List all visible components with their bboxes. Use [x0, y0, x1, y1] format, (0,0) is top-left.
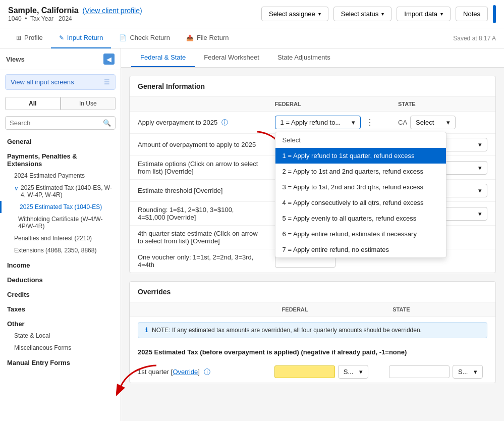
collapse-sidebar-button[interactable]: ◀: [103, 54, 115, 65]
row-label-one-voucher: One voucher only: 1=1st, 2=2nd, 3=3rd, 4…: [130, 249, 267, 273]
filter-all-button[interactable]: All: [5, 97, 61, 110]
info-icon: ℹ: [145, 327, 148, 334]
general-info-table: FEDERAL STATE Apply overpayment to 2025 …: [130, 97, 495, 273]
state-code-ca: CA: [398, 119, 407, 126]
sidebar-item-2024-estimated[interactable]: 2024 Estimated Payments: [0, 170, 121, 182]
tab-input-return[interactable]: ✎ Input Return: [51, 28, 111, 48]
sidebar-item-income[interactable]: Income: [0, 256, 121, 271]
info-icon[interactable]: ⓘ: [221, 119, 228, 126]
row-label-rounding: Rounding: 1=$1, 2=$10, 3=$100, 4=$1,000 …: [130, 202, 267, 226]
nav-tabs-bar: ⊞ Profile ✎ Input Return 📄 Check Return …: [0, 28, 504, 48]
tax-year: 2024: [59, 15, 72, 22]
sidebar-item-withholding[interactable]: Withholding Certificate (W-4/W-4P/W-4R): [0, 213, 121, 232]
sidebar-item-credits[interactable]: Credits: [0, 286, 121, 300]
filter-buttons: All In Use: [5, 97, 116, 110]
chevron-down-icon: ▾: [478, 187, 482, 194]
dropdown-menu-apply-overpayment: Select 1 = Apply refund to 1st quarter, …: [275, 132, 446, 258]
chevron-down-icon: ▾: [381, 11, 384, 17]
state-col-header: STATE: [390, 97, 495, 112]
dropdown-option-1[interactable]: 1 = Apply refund to 1st quarter, refund …: [275, 148, 446, 164]
dropdown-option-5[interactable]: 5 = Apply evenly to all quarters, refund…: [275, 210, 446, 226]
dropdown-option-2[interactable]: 2 = Apply to 1st and 2nd quarters, refun…: [275, 164, 446, 179]
sidebar-item-taxes[interactable]: Taxes: [0, 300, 121, 315]
document-icon: 📄: [119, 34, 127, 41]
grid-icon: ⊞: [16, 34, 21, 41]
overrides-label-col: [130, 302, 274, 317]
apply-overpayment-dropdown[interactable]: 1 = Apply refund to... ▾: [275, 116, 361, 129]
sidebar-item-misc-forms[interactable]: Miscellaneous Forms: [0, 342, 121, 354]
sidebar-item-other[interactable]: Other: [0, 315, 121, 330]
sidebar-item-penalties[interactable]: Penalties and Interest (2210): [0, 232, 121, 244]
general-info-body: FEDERAL STATE Apply overpayment to 2025 …: [130, 97, 495, 273]
row-label-apply-overpayment: Apply overpayment to 2025 ⓘ: [130, 112, 267, 134]
client-name: Sample, California: [8, 6, 79, 15]
apply-overpayment-value: 1 = Apply refund to...: [281, 119, 341, 126]
overrides-header-table: FEDERAL STATE: [130, 302, 495, 317]
client-info: Sample, California (View client profile)…: [8, 6, 142, 22]
search-icon: 🔍: [103, 119, 111, 127]
chevron-down-icon: ▾: [478, 164, 482, 172]
content-tab-federal-state[interactable]: Federal & State: [131, 48, 195, 67]
filter-in-use-button[interactable]: In Use: [61, 97, 116, 110]
first-quarter-input[interactable]: [274, 365, 335, 378]
sidebar-item-payments[interactable]: Payments, Penalties & Extensions: [0, 147, 121, 170]
tab-file-return[interactable]: 📤 File Return: [178, 28, 237, 48]
dropdown-option-3[interactable]: 3 = Apply to 1st, 2nd and 3rd qtrs, refu…: [275, 179, 446, 195]
tax-year-label: Tax Year: [30, 15, 53, 22]
content-tab-federal-worksheet[interactable]: Federal Worksheet: [195, 48, 268, 67]
sidebar-item-state-local[interactable]: State & Local: [0, 330, 121, 342]
header-actions: Select assignee ▾ Select status ▾ Import…: [261, 5, 496, 23]
dropdown-option-4[interactable]: 4 = Apply consecutively to all qtrs, ref…: [275, 195, 446, 210]
search-input[interactable]: [10, 119, 100, 127]
overrides-table: 1st quarter [Override] ⓘ S...: [130, 361, 495, 383]
general-info-title: General Information: [130, 76, 495, 97]
dropdown-option-7[interactable]: 7 = Apply entire refund, no estimates: [275, 242, 446, 257]
section-container: General Information FEDERAL STATE: [121, 68, 504, 399]
dropdown-option-select[interactable]: Select: [275, 132, 446, 148]
content-tab-state-adjustments[interactable]: State Adjustments: [268, 48, 340, 67]
sidebar-item-general[interactable]: General: [0, 133, 121, 147]
info-icon[interactable]: ⓘ: [204, 368, 210, 376]
overrides-title: Overrides: [130, 282, 495, 302]
tab-profile[interactable]: ⊞ Profile: [8, 28, 51, 48]
override-link[interactable]: Override: [173, 368, 198, 376]
form-number: 1040: [8, 15, 22, 22]
views-label: Views: [6, 56, 25, 63]
first-quarter-federal: S... ▾: [266, 361, 381, 383]
chevron-down-icon: ▾: [474, 368, 477, 376]
sidebar-item-manual-entry[interactable]: Manual Entry Forms: [0, 354, 121, 369]
sidebar-item-2025-group[interactable]: ∨ 2025 Estimated Tax (1040-ES, W-4, W-4P…: [0, 182, 121, 201]
state-apply-overpayment-dropdown[interactable]: Select ▾: [410, 116, 456, 129]
client-sub: 1040 • Tax Year 2024: [8, 15, 142, 22]
dropdown-option-6[interactable]: 6 = Apply entire refund, estimates if ne…: [275, 226, 446, 242]
first-quarter-state-dropdown[interactable]: S... ▾: [453, 365, 483, 379]
label-col-header: [130, 97, 267, 112]
row-label-4th-quarter: 4th quarter state estimate (Click on arr…: [130, 226, 267, 249]
overrides-federal-col: FEDERAL: [274, 302, 385, 317]
import-data-button[interactable]: Import data ▾: [397, 7, 451, 21]
table-row: 1st quarter [Override] ⓘ S...: [130, 361, 495, 383]
general-info-card: General Information FEDERAL STATE: [129, 76, 496, 273]
main-layout: Views ◀ View all input screens ☰ All In …: [0, 48, 504, 421]
content-tabs: Federal & State Federal Worksheet State …: [121, 48, 504, 68]
sidebar: Views ◀ View all input screens ☰ All In …: [0, 48, 121, 421]
select-status-button[interactable]: Select status ▾: [333, 7, 391, 21]
sidebar-item-deductions[interactable]: Deductions: [0, 271, 121, 286]
overrides-subsection-title: 2025 Estimated Tax (before overpayment i…: [130, 343, 495, 361]
tab-check-return[interactable]: 📄 Check Return: [111, 28, 178, 48]
sidebar-item-2025-es[interactable]: 2025 Estimated Tax (1040-ES): [0, 201, 121, 213]
select-assignee-button[interactable]: Select assignee ▾: [261, 7, 328, 21]
pencil-icon: ✎: [59, 34, 64, 41]
chevron-down-icon: ▾: [352, 119, 355, 126]
expand-icon: ∨: [14, 185, 19, 192]
sidebar-header: Views ◀: [0, 48, 121, 70]
overrides-card: Overrides FEDERAL STATE ℹ NOT: [129, 281, 496, 383]
chevron-down-icon: ▾: [446, 119, 450, 126]
sidebar-item-extensions[interactable]: Extensions (4868, 2350, 8868): [0, 244, 121, 256]
notes-button[interactable]: Notes: [456, 7, 488, 21]
first-quarter-state-input[interactable]: [389, 365, 450, 378]
first-quarter-federal-dropdown[interactable]: S... ▾: [338, 365, 368, 379]
kebab-menu-button[interactable]: ⋮: [363, 116, 377, 129]
view-all-screens-button[interactable]: View all input screens ☰: [5, 74, 116, 90]
view-client-link[interactable]: (View client profile): [83, 7, 142, 15]
